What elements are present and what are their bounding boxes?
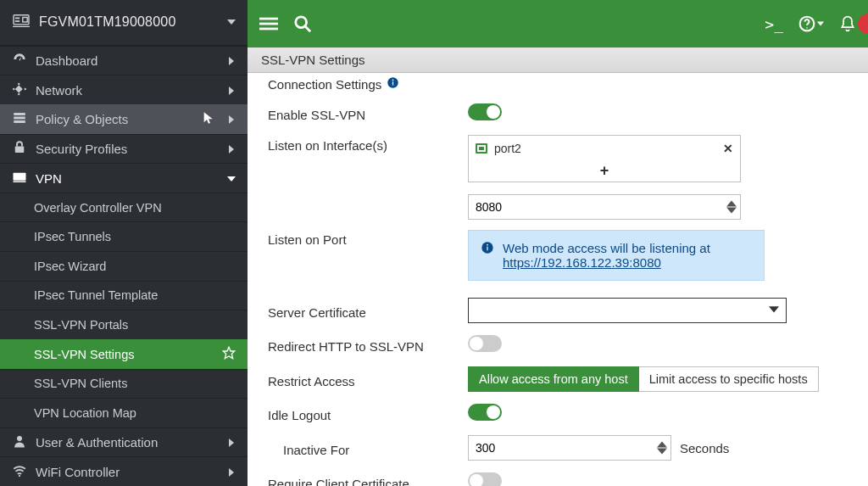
sidebar-item-label: SSL-VPN Clients [34, 377, 236, 390]
svg-point-6 [806, 27, 808, 29]
svg-rect-18 [14, 120, 25, 123]
svg-rect-31 [392, 81, 393, 85]
svg-rect-20 [15, 146, 25, 153]
sidebar-item-overlay-vpn[interactable]: Overlay Controller VPN [0, 193, 248, 222]
svg-rect-10 [15, 20, 19, 22]
help-icon[interactable] [798, 15, 824, 32]
sidebar-item-sslvpn-clients[interactable]: SSL-VPN Clients [0, 369, 248, 399]
svg-rect-11 [23, 17, 27, 21]
spin-buttons[interactable] [657, 438, 669, 458]
sidebar-item-label: Overlay Controller VPN [34, 201, 236, 215]
chevron-down-icon [227, 171, 236, 186]
search-icon[interactable] [293, 14, 312, 33]
sidebar-item-sslvpn-portals[interactable]: SSL-VPN Portals [0, 310, 248, 339]
sidebar-item-network[interactable]: Network [0, 75, 248, 104]
svg-rect-8 [14, 15, 29, 25]
svg-point-32 [392, 80, 394, 81]
sidebar-item-policy[interactable]: Policy & Objects [0, 104, 248, 134]
spin-buttons[interactable] [726, 197, 738, 217]
listen-port-input-wrap [468, 194, 741, 220]
wifi-icon [12, 463, 27, 481]
chevron-down-icon[interactable] [227, 15, 236, 29]
listen-port-input[interactable] [476, 200, 723, 214]
hostname: FGVM01TM19008000 [39, 14, 176, 30]
sidebar-item-vpn[interactable]: VPN [0, 163, 248, 193]
info-icon[interactable] [387, 76, 399, 92]
svg-point-26 [17, 436, 22, 441]
label-listen-interfaces: Listen on Interface(s) [268, 135, 468, 153]
sidebar-item-wifi[interactable]: WiFi Controller [0, 456, 248, 486]
label-enable-sslvpn: Enable SSL-VPN [268, 104, 468, 122]
inactive-input[interactable] [476, 441, 654, 455]
sidebar-item-label: IPsec Wizard [34, 260, 236, 273]
sidebar-item-label: Policy & Objects [36, 112, 193, 126]
toggle-require-client-cert[interactable] [468, 472, 502, 486]
info-icon [481, 241, 494, 270]
menu-icon[interactable] [259, 14, 278, 33]
remove-interface-icon[interactable]: ✕ [723, 142, 733, 155]
section-title-text: Connection Settings [268, 77, 381, 92]
sidebar-item-ipsec-tunnels[interactable]: IPsec Tunnels [0, 221, 248, 251]
user-icon [12, 433, 27, 451]
sidebar-item-label: User & Authentication [36, 435, 220, 450]
sidebar-item-ipsec-wizard[interactable]: IPsec Wizard [0, 251, 248, 281]
label-require-client-cert: Require Client Certificate [268, 473, 468, 486]
cursor-icon [202, 111, 215, 127]
inactive-unit: Seconds [680, 441, 729, 455]
sidebar-item-vpn-location-map[interactable]: VPN Location Map [0, 398, 248, 427]
interface-list[interactable]: port2 ✕ + [468, 135, 741, 182]
chevron-right-icon [229, 465, 236, 479]
toggle-redirect-http[interactable] [468, 335, 502, 352]
svg-point-28 [19, 475, 20, 477]
network-icon [12, 81, 27, 99]
sidebar-item-security[interactable]: Security Profiles [0, 134, 248, 164]
chevron-right-icon [229, 83, 236, 98]
restrict-option-allow[interactable]: Allow access from any host [468, 366, 639, 392]
cli-icon[interactable]: >_ [765, 15, 783, 33]
svg-marker-14 [229, 57, 234, 65]
toggle-idle-logout[interactable] [468, 404, 502, 421]
port-icon [476, 143, 487, 154]
chevron-right-icon [229, 53, 236, 68]
sidebar-item-user-auth[interactable]: User & Authentication [0, 427, 248, 457]
sidebar-item-label: SSL-VPN Settings [34, 348, 214, 361]
sidebar-item-label: IPsec Tunnel Template [34, 288, 236, 302]
star-icon[interactable] [222, 346, 236, 362]
sidebar-item-label: VPN [36, 171, 219, 186]
notification-badge[interactable] [858, 14, 868, 34]
sidebar-item-label: WiFi Controller [36, 465, 220, 479]
sidebar-item-sslvpn-settings[interactable]: SSL-VPN Settings [0, 339, 248, 369]
svg-marker-39 [657, 441, 667, 447]
restrict-access-segmented: Allow access from any host Limit access … [468, 366, 848, 392]
chevron-right-icon [229, 112, 236, 126]
label-idle-logout: Idle Logout [268, 405, 468, 422]
svg-marker-29 [229, 468, 234, 477]
toggle-enable-sslvpn[interactable] [468, 103, 502, 120]
bell-icon[interactable] [839, 15, 856, 32]
label-listen-port: Listen on Port [268, 229, 468, 247]
restrict-option-limit[interactable]: Limit access to specific hosts [639, 366, 819, 392]
sidebar-item-label: Network [36, 83, 220, 98]
svg-marker-24 [227, 176, 236, 182]
sidebar: FGVM01TM19008000 Dashboard Network Polic… [0, 0, 248, 486]
host-selector[interactable]: FGVM01TM19008000 [0, 0, 248, 46]
add-interface-button[interactable]: + [469, 161, 740, 182]
topbar: >_ [248, 0, 868, 47]
chevron-right-icon [229, 142, 236, 156]
notice-url[interactable]: https://192.168.122.39:8080 [503, 255, 661, 270]
svg-rect-36 [487, 247, 487, 251]
sidebar-item-label: Dashboard [36, 53, 220, 68]
svg-rect-0 [259, 18, 278, 20]
notice-text: Web mode access will be listening at [503, 241, 710, 255]
svg-marker-7 [817, 22, 824, 26]
section-title: Connection Settings [268, 76, 848, 92]
server-cert-select[interactable] [468, 298, 787, 323]
chevron-right-icon [229, 435, 236, 450]
sidebar-item-dashboard[interactable]: Dashboard [0, 46, 248, 75]
dashboard-icon [12, 52, 27, 70]
sidebar-item-label: IPsec Tunnels [34, 230, 236, 243]
sidebar-item-ipsec-template[interactable]: IPsec Tunnel Template [0, 281, 248, 310]
svg-marker-19 [229, 115, 234, 124]
svg-marker-40 [657, 448, 667, 454]
label-redirect-http: Redirect HTTP to SSL-VPN [268, 336, 468, 354]
